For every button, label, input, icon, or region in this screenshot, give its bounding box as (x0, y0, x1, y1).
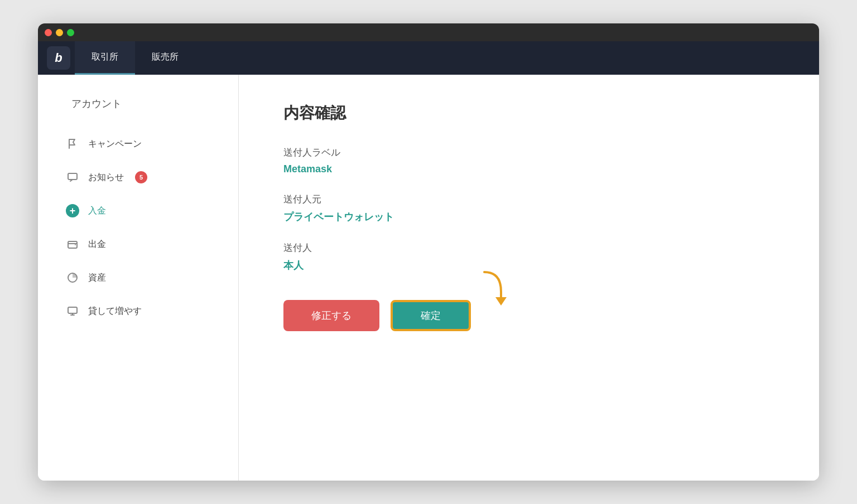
logo[interactable]: b (47, 46, 70, 70)
sidebar-item-news[interactable]: お知らせ 5 (38, 161, 238, 194)
lending-label: 貸して増やす (88, 306, 142, 317)
campaign-label: キャンペーン (88, 138, 142, 150)
sender-source-value: プライベートウォレット (283, 210, 774, 224)
nav-tabs: 取引所 販売所 (75, 41, 195, 75)
field-sender: 送付人 本人 (283, 241, 774, 272)
app-window: b 取引所 販売所 アカウント キャンペーン (38, 23, 819, 481)
chat-icon (66, 171, 79, 184)
sender-heading: 送付人 (283, 241, 774, 254)
field-sender-label: 送付人ラベル Metamask (283, 146, 774, 175)
sidebar-item-lending[interactable]: 貸して増やす (38, 294, 238, 328)
tab-dealer[interactable]: 販売所 (135, 41, 195, 75)
page-title: 内容確認 (283, 103, 774, 124)
assets-label: 資産 (88, 272, 106, 284)
tab-exchange[interactable]: 取引所 (75, 41, 135, 75)
button-row: 修正する 確定 (283, 300, 774, 331)
svg-rect-0 (68, 173, 77, 180)
navbar: b 取引所 販売所 (38, 41, 819, 75)
plus-circle-icon: + (66, 204, 79, 217)
arrow-indicator (473, 269, 507, 308)
sender-label-value: Metamask (283, 163, 774, 175)
main-content: アカウント キャンペーン お知らせ 5 (38, 75, 819, 481)
sender-source-heading: 送付人元 (283, 193, 774, 206)
sidebar-item-withdraw[interactable]: 出金 (38, 227, 238, 261)
deposit-label: 入金 (88, 205, 106, 217)
wallet-icon (66, 238, 79, 251)
news-badge: 5 (135, 171, 147, 183)
display-icon (66, 304, 79, 318)
withdraw-label: 出金 (88, 239, 106, 250)
modify-button[interactable]: 修正する (283, 300, 379, 331)
pie-chart-icon (66, 271, 79, 284)
title-bar (38, 23, 819, 41)
field-sender-source: 送付人元 プライベートウォレット (283, 193, 774, 224)
sidebar-item-deposit[interactable]: + 入金 (38, 194, 238, 227)
confirm-button[interactable]: 確定 (391, 300, 471, 331)
sidebar: アカウント キャンペーン お知らせ 5 (38, 75, 239, 481)
content-area: 内容確認 送付人ラベル Metamask 送付人元 プライベートウォレット 送付… (239, 75, 819, 481)
traffic-lights (45, 29, 74, 36)
close-button[interactable] (45, 29, 52, 36)
sidebar-item-assets[interactable]: 資産 (38, 261, 238, 294)
minimize-button[interactable] (56, 29, 63, 36)
news-label: お知らせ (88, 172, 124, 183)
sender-value: 本人 (283, 259, 774, 272)
svg-rect-3 (68, 307, 77, 313)
sidebar-title: アカウント (38, 97, 238, 127)
logo-text: b (55, 51, 62, 65)
sender-label-heading: 送付人ラベル (283, 146, 774, 159)
flag-icon (66, 137, 79, 151)
sidebar-item-campaign[interactable]: キャンペーン (38, 127, 238, 161)
maximize-button[interactable] (67, 29, 74, 36)
